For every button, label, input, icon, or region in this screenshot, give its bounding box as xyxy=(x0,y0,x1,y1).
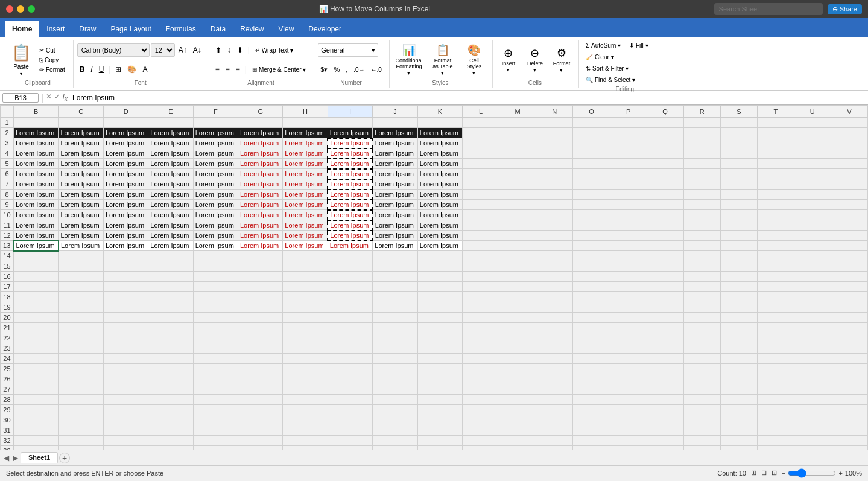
tab-draw[interactable]: Draw xyxy=(72,21,103,37)
cell-P23[interactable] xyxy=(610,343,647,354)
cell-R13[interactable] xyxy=(683,241,720,251)
cell-E13[interactable]: Lorem Ipsum xyxy=(148,241,193,251)
row-header-10[interactable]: 10 xyxy=(1,210,14,220)
cell-I28[interactable] xyxy=(328,395,373,405)
font-family-select[interactable]: Calibri (Body) xyxy=(77,43,150,57)
cell-H2[interactable]: Lorem Ipsum xyxy=(283,128,328,138)
cell-G2[interactable]: Lorem Ipsum xyxy=(238,128,283,138)
cell-B23[interactable] xyxy=(13,343,59,354)
cell-I21[interactable] xyxy=(328,323,373,333)
cell-R23[interactable] xyxy=(683,343,720,354)
cell-M9[interactable] xyxy=(499,200,536,210)
cell-R2[interactable] xyxy=(683,128,720,138)
cell-E8[interactable]: Lorem Ipsum xyxy=(148,190,193,200)
comma-button[interactable]: , xyxy=(343,64,350,75)
cell-N11[interactable] xyxy=(536,220,573,231)
cell-P25[interactable] xyxy=(610,364,647,374)
cell-J16[interactable] xyxy=(373,272,417,282)
cell-E30[interactable] xyxy=(148,415,193,425)
cell-D8[interactable]: Lorem Ipsum xyxy=(103,190,148,200)
cell-T25[interactable] xyxy=(757,364,794,374)
cell-L10[interactable] xyxy=(463,210,499,220)
cell-G27[interactable] xyxy=(238,384,283,395)
cell-D11[interactable]: Lorem Ipsum xyxy=(103,220,148,231)
cell-K7[interactable]: Lorem Ipsum xyxy=(417,179,462,190)
cell-B19[interactable] xyxy=(13,302,59,313)
cell-K11[interactable]: Lorem Ipsum xyxy=(417,220,462,231)
cell-L28[interactable] xyxy=(463,395,499,405)
cell-U24[interactable] xyxy=(794,354,831,364)
cell-U15[interactable] xyxy=(794,261,831,272)
cell-J4[interactable]: Lorem Ipsum xyxy=(373,148,417,159)
cell-G24[interactable] xyxy=(238,354,283,364)
cell-H16[interactable] xyxy=(283,272,328,282)
cell-F2[interactable]: Lorem Ipsum xyxy=(193,128,238,138)
cell-S20[interactable] xyxy=(720,313,757,323)
cell-F3[interactable]: Lorem Ipsum xyxy=(193,138,238,148)
cell-L32[interactable] xyxy=(463,436,499,446)
cell-I11[interactable]: Lorem Ipsum xyxy=(328,220,373,231)
cell-H6[interactable]: Lorem Ipsum xyxy=(283,169,328,179)
cell-G4[interactable]: Lorem Ipsum xyxy=(238,148,283,159)
cell-O25[interactable] xyxy=(573,364,610,374)
cell-G22[interactable] xyxy=(238,333,283,343)
cell-H17[interactable] xyxy=(283,282,328,292)
row-header-23[interactable]: 23 xyxy=(1,343,14,354)
add-sheet-button[interactable]: + xyxy=(59,453,70,463)
cell-G32[interactable] xyxy=(238,436,283,446)
cell-T30[interactable] xyxy=(757,415,794,425)
cell-N20[interactable] xyxy=(536,313,573,323)
cell-V14[interactable] xyxy=(831,251,867,261)
cell-G23[interactable] xyxy=(238,343,283,354)
cell-C10[interactable]: Lorem Ipsum xyxy=(59,210,103,220)
cell-B1[interactable] xyxy=(13,118,59,128)
cell-U6[interactable] xyxy=(794,169,831,179)
cell-Q33[interactable] xyxy=(647,446,683,450)
cell-R1[interactable] xyxy=(683,118,720,128)
cell-V33[interactable] xyxy=(831,446,867,450)
cell-P18[interactable] xyxy=(610,292,647,302)
cell-O21[interactable] xyxy=(573,323,610,333)
cell-L9[interactable] xyxy=(463,200,499,210)
cell-C28[interactable] xyxy=(59,395,103,405)
cell-R10[interactable] xyxy=(683,210,720,220)
cell-K10[interactable]: Lorem Ipsum xyxy=(417,210,462,220)
cell-U21[interactable] xyxy=(794,323,831,333)
col-header-t[interactable]: T xyxy=(757,106,794,118)
cell-J8[interactable]: Lorem Ipsum xyxy=(373,190,417,200)
bold-button[interactable]: B xyxy=(77,63,87,75)
number-format-select[interactable]: General ▾ xyxy=(318,43,378,57)
cell-S16[interactable] xyxy=(720,272,757,282)
cell-U7[interactable] xyxy=(794,179,831,190)
cell-R22[interactable] xyxy=(683,333,720,343)
cell-T12[interactable] xyxy=(757,231,794,241)
cell-C25[interactable] xyxy=(59,364,103,374)
cell-C15[interactable] xyxy=(59,261,103,272)
tab-developer[interactable]: Developer xyxy=(301,21,349,37)
cell-Q28[interactable] xyxy=(647,395,683,405)
cell-M10[interactable] xyxy=(499,210,536,220)
font-increase-button[interactable]: A↑ xyxy=(176,44,189,56)
decimal-decrease-button[interactable]: ←.0 xyxy=(369,65,384,75)
row-header-16[interactable]: 16 xyxy=(1,272,14,282)
cell-N17[interactable] xyxy=(536,282,573,292)
cell-H21[interactable] xyxy=(283,323,328,333)
cell-Q8[interactable] xyxy=(647,190,683,200)
cell-Q14[interactable] xyxy=(647,251,683,261)
cell-V9[interactable] xyxy=(831,200,867,210)
cell-T20[interactable] xyxy=(757,313,794,323)
cell-O20[interactable] xyxy=(573,313,610,323)
cell-B32[interactable] xyxy=(13,436,59,446)
cell-M2[interactable] xyxy=(499,128,536,138)
cell-T15[interactable] xyxy=(757,261,794,272)
cell-G25[interactable] xyxy=(238,364,283,374)
cell-K3[interactable]: Lorem Ipsum xyxy=(417,138,462,148)
cell-F12[interactable]: Lorem Ipsum xyxy=(193,231,238,241)
cell-P8[interactable] xyxy=(610,190,647,200)
cell-B21[interactable] xyxy=(13,323,59,333)
cell-H23[interactable] xyxy=(283,343,328,354)
cell-B26[interactable] xyxy=(13,374,59,384)
cell-U3[interactable] xyxy=(794,138,831,148)
row-header-9[interactable]: 9 xyxy=(1,200,14,210)
cell-U5[interactable] xyxy=(794,159,831,169)
